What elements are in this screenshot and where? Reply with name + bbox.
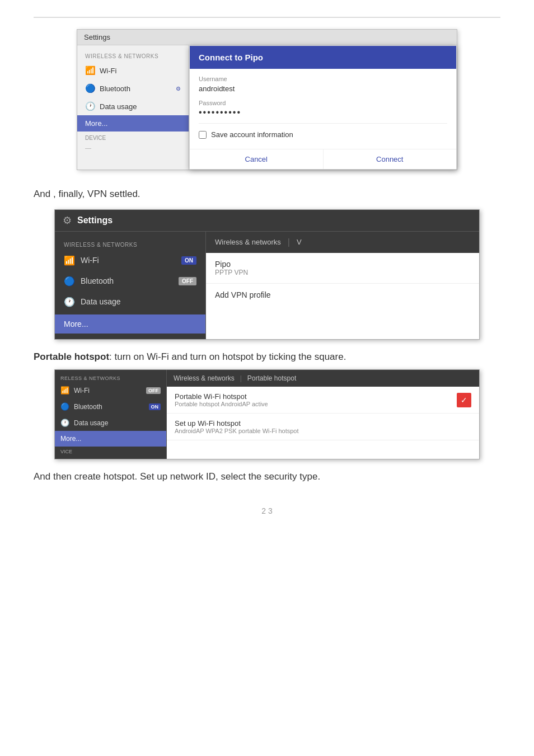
wifi-icon-3: 📶 xyxy=(60,386,69,395)
device-label-1: DEVICE xyxy=(77,132,189,142)
section1-container: Settings WIRELESS & NETWORKS 📶 Wi-Fi 🔵 B… xyxy=(34,29,500,170)
sidebar2-wifi-label: Wi-Fi xyxy=(81,256,99,265)
bluetooth-icon-1: 🔵 xyxy=(85,83,95,93)
wifi-toggle-on[interactable]: ON xyxy=(181,256,196,265)
sidebar-3: RELESS & NETWORKS 📶 Wi-Fi OFF 🔵 Bluetoot… xyxy=(55,370,167,459)
hotspot-sub-2: AndroidAP WPA2 PSK portable Wi-Fi hotspo… xyxy=(175,428,471,434)
connect-dialog: Connect to Pipo Username androidtest Pas… xyxy=(189,45,457,170)
portable-hotspot-rest: : turn on Wi-Fi and turn on hotspot by t… xyxy=(109,351,346,362)
dialog-title: Connect to Pipo xyxy=(199,53,263,62)
save-account-checkbox[interactable] xyxy=(199,131,207,139)
hotspot-checkmark[interactable]: ✓ xyxy=(457,393,471,407)
sidebar-wifi-label-1: Wi-Fi xyxy=(100,67,116,75)
hotspot-list: Portable Wi-Fi hotspot Portable hotspot … xyxy=(167,387,479,440)
sidebar-item-bluetooth-1[interactable]: 🔵 Bluetooth ⚙ xyxy=(77,79,189,97)
breadcrumb-wireless[interactable]: Wireless & networks xyxy=(215,238,281,246)
right-panel2-header: Wireless & networks | V xyxy=(206,232,479,253)
dialog-area-1: Connect to Pipo Username androidtest Pas… xyxy=(189,45,457,170)
connect-button[interactable]: Connect xyxy=(324,149,457,169)
settings-title-2: Settings xyxy=(77,215,113,226)
hotspot-title-2: Set up Wi-Fi hotspot xyxy=(175,419,471,428)
sidebar3-wifi-label: Wi-Fi xyxy=(74,387,90,395)
sidebar2-item-bluetooth[interactable]: 🔵 Bluetooth OFF xyxy=(55,271,205,292)
vpn-list-item-pipo[interactable]: Pipo PPTP VPN xyxy=(206,253,479,284)
bluetooth-toggle-off[interactable]: OFF xyxy=(179,277,196,285)
top-divider xyxy=(34,17,500,18)
text-between-2: Portable hotspot: turn on Wi-Fi and turn… xyxy=(34,350,500,364)
sidebar-more-1[interactable]: More... xyxy=(77,115,189,132)
breadcrumb3-wireless[interactable]: Wireless & networks xyxy=(174,374,235,382)
sidebar2-bluetooth-label: Bluetooth xyxy=(81,276,114,285)
sidebar3-section-label: RELESS & NETWORKS xyxy=(55,373,166,382)
sidebar3-datausage-label: Data usage xyxy=(74,419,108,427)
settings-window-2: ⚙ Settings WIRELESS & NETWORKS 📶 Wi-Fi O… xyxy=(54,209,480,340)
breadcrumb3-hotspot: Portable hotspot xyxy=(247,374,296,382)
right-panel-2: Wireless & networks | V Pipo PPTP VPN Ad… xyxy=(206,232,479,339)
sidebar-1: WIRELESS & NETWORKS 📶 Wi-Fi 🔵 Bluetooth … xyxy=(77,45,189,170)
sidebar2-datausage-label: Data usage xyxy=(81,297,121,306)
settings-title-1: Settings xyxy=(84,33,110,41)
hotspot-item-portable-wifi[interactable]: Portable Wi-Fi hotspot Portable hotspot … xyxy=(167,387,479,414)
datausage-icon-2: 🕐 xyxy=(64,297,75,307)
bluetooth3-toggle-on[interactable]: ON xyxy=(149,403,161,410)
sidebar3-more-label: More... xyxy=(60,435,81,443)
wifi-icon-1: 📶 xyxy=(85,65,95,76)
wifi-icon-2: 📶 xyxy=(64,255,75,266)
vpn-type: PPTP VPN xyxy=(215,269,470,276)
hotspot-item-setup[interactable]: Set up Wi-Fi hotspot AndroidAP WPA2 PSK … xyxy=(167,414,479,440)
sidebar-bluetooth-label-1: Bluetooth xyxy=(100,84,130,93)
username-value: androidtest xyxy=(199,83,447,94)
portable-hotspot-bold: Portable hotspot xyxy=(34,351,109,362)
bluetooth-settings-icon: ⚙ xyxy=(176,86,181,92)
wifi3-toggle-off[interactable]: OFF xyxy=(146,387,161,394)
text-between-1: And , finally, VPN settled. xyxy=(34,187,500,201)
sidebar3-bluetooth-label: Bluetooth xyxy=(74,403,102,411)
settings-window-3: RELESS & NETWORKS 📶 Wi-Fi OFF 🔵 Bluetoot… xyxy=(54,369,480,459)
settings-titlebar-1: Settings xyxy=(77,30,457,45)
sidebar-section-label-1: WIRELESS & NETWORKS xyxy=(77,50,189,62)
sidebar3-device-label: VICE xyxy=(55,447,166,456)
right-panel-3: Wireless & networks | Portable hotspot P… xyxy=(167,370,479,459)
sidebar2-more[interactable]: More... xyxy=(55,314,205,334)
section2-container: ⚙ Settings WIRELESS & NETWORKS 📶 Wi-Fi O… xyxy=(34,209,500,340)
sidebar-dash-1: — xyxy=(77,142,189,153)
breadcrumb-sep: | xyxy=(288,237,290,247)
settings-adjust-icon: ⚙ xyxy=(63,214,72,227)
settings-body-2: WIRELESS & NETWORKS 📶 Wi-Fi ON 🔵 Bluetoo… xyxy=(55,232,479,339)
sidebar3-item-bluetooth[interactable]: 🔵 Bluetooth ON xyxy=(55,398,166,415)
username-label: Username xyxy=(199,76,447,82)
dialog-header: Connect to Pipo xyxy=(190,46,456,69)
sidebar2-item-wifi[interactable]: 📶 Wi-Fi ON xyxy=(55,250,205,271)
add-vpn-profile[interactable]: Add VPN profile xyxy=(206,284,479,306)
hotspot-title-1: Portable Wi-Fi hotspot xyxy=(175,392,451,401)
sidebar3-item-datausage[interactable]: 🕐 Data usage xyxy=(55,415,166,431)
sidebar-more-label-1: More... xyxy=(85,119,107,128)
sidebar3-item-wifi[interactable]: 📶 Wi-Fi OFF xyxy=(55,382,166,398)
settings-titlebar-2: ⚙ Settings xyxy=(55,210,479,232)
save-account-row[interactable]: Save account information xyxy=(199,127,447,142)
datausage-icon-3: 🕐 xyxy=(60,419,69,427)
cancel-button[interactable]: Cancel xyxy=(190,149,324,169)
sidebar-item-datausage-1[interactable]: 🕐 Data usage xyxy=(77,97,189,115)
text-after-3: And then create hotspot. Set up network … xyxy=(34,469,500,484)
sidebar-item-wifi-1[interactable]: 📶 Wi-Fi xyxy=(77,62,189,79)
sidebar2-section-label: WIRELESS & NETWORKS xyxy=(55,237,205,250)
page-number: 2 3 xyxy=(34,506,500,515)
dialog-footer: Cancel Connect xyxy=(190,149,456,169)
sidebar3-more[interactable]: More... xyxy=(55,431,166,447)
sidebar-2: WIRELESS & NETWORKS 📶 Wi-Fi ON 🔵 Bluetoo… xyxy=(55,232,206,339)
section3-container: RELESS & NETWORKS 📶 Wi-Fi OFF 🔵 Bluetoot… xyxy=(34,369,500,459)
sidebar-datausage-label-1: Data usage xyxy=(100,102,137,111)
sidebar2-item-datausage[interactable]: 🕐 Data usage xyxy=(55,292,205,312)
vpn-list: Pipo PPTP VPN Add VPN profile xyxy=(206,253,479,306)
breadcrumb3-sep: | xyxy=(240,374,242,382)
settings-window-1: Settings WIRELESS & NETWORKS 📶 Wi-Fi 🔵 B… xyxy=(77,29,457,170)
vpn-name: Pipo xyxy=(215,260,470,269)
hotspot-item-text-2: Set up Wi-Fi hotspot AndroidAP WPA2 PSK … xyxy=(175,419,471,434)
hotspot-item-text-1: Portable Wi-Fi hotspot Portable hotspot … xyxy=(175,392,451,407)
datausage-icon-1: 🕐 xyxy=(85,101,95,111)
sidebar2-more-label: More... xyxy=(64,320,88,328)
right-panel3-header: Wireless & networks | Portable hotspot xyxy=(167,370,479,387)
breadcrumb-v: V xyxy=(297,238,302,246)
dialog-separator xyxy=(199,123,447,124)
